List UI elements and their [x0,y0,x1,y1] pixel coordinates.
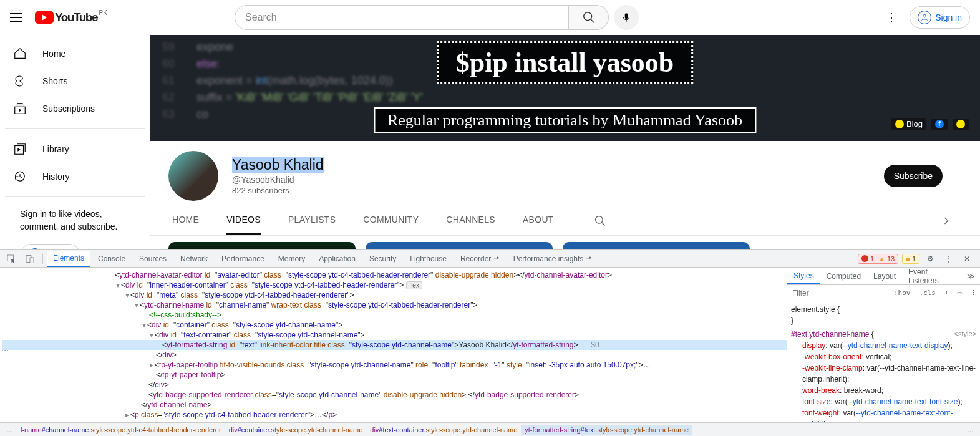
tab-home[interactable]: HOME [172,206,199,235]
svg-point-0 [583,12,591,21]
breadcrumb[interactable]: … l-name#channel-name.style-scope.ytd-c4… [0,422,980,436]
tab-more-icon[interactable] [935,210,958,232]
svg-line-1 [590,19,594,23]
styles-tab-computed[interactable]: Computed [820,269,867,284]
mic-icon [621,12,632,23]
library-icon [12,142,27,157]
svg-point-10 [595,216,603,223]
sidebar-signin-button[interactable]: Sign in [20,244,80,249]
banner-link-facebook[interactable]: f [931,119,948,130]
ellipsis-icon[interactable]: ⋯ [1,346,9,355]
devtools-tab-memory[interactable]: Memory [272,251,311,266]
devtools-tab-network[interactable]: Network [174,251,214,266]
devtools-tab-elements[interactable]: Elements [47,251,90,267]
sidebar-item-label: History [42,172,70,182]
tab-about[interactable]: ABOUT [523,206,554,235]
devtools-tab-application[interactable]: Application [313,251,362,266]
tab-channels[interactable]: CHANNELS [446,206,495,235]
styles-panel: Styles Computed Layout Event Listeners ≫… [787,268,980,422]
signin-label: Sign in [935,12,962,22]
tab-community[interactable]: COMMUNITY [363,206,419,235]
video-thumbnail[interactable] [563,242,750,249]
banner-link-blog[interactable]: Blog [891,118,926,130]
devtools-tab-console[interactable]: Console [92,251,132,266]
issues-badge[interactable]: ■1 [902,254,919,264]
styles-tab-layout[interactable]: Layout [867,269,902,284]
tab-playlists[interactable]: PLAYLISTS [288,206,336,235]
cls-toggle[interactable]: .cls [916,288,939,298]
video-thumbnail[interactable] [168,242,356,249]
sidebar-item-label: Shorts [42,76,67,86]
sidebar-item-subscriptions[interactable]: Subscriptions [5,95,145,122]
styles-filter-input[interactable] [790,288,888,299]
shorts-icon [12,74,27,89]
more-tabs-icon[interactable]: ≫ [962,269,980,283]
sidebar-item-home[interactable]: Home [5,40,145,67]
device-toggle-icon[interactable] [21,251,39,266]
channel-name: Yasoob Khalid [232,157,324,173]
banner-subtitle: Regular programming tutorials by Muhamma… [374,107,756,133]
tab-videos[interactable]: VIDEOS [226,206,261,235]
devtools-tab-lighthouse[interactable]: Lighthouse [404,251,453,266]
subscribe-button[interactable]: Subscribe [884,165,943,187]
banner-title: $pip install yasoob [437,41,694,84]
signin-button[interactable]: Sign in [910,6,970,29]
user-icon [918,11,931,24]
hov-toggle[interactable]: :hov [891,288,914,298]
svg-rect-14 [30,258,34,263]
channel-tabs: HOME VIDEOS PLAYLISTS COMMUNITY CHANNELS… [150,206,980,236]
devtools-tab-security[interactable]: Security [363,251,402,266]
country-code: PK [99,9,107,16]
hamburger-menu-icon[interactable] [10,10,25,25]
youtube-header: YouTube PK ⋮ Sign in [0,0,980,35]
channel-main: 59 expone 60 else: 61 exponent = int(mat… [150,35,980,249]
search-button[interactable] [569,5,609,30]
tab-search-icon[interactable] [594,215,606,227]
gear-icon[interactable]: ⚙ [923,252,938,266]
inspect-icon[interactable] [2,251,20,266]
devtools-tabbar: Elements Console Sources Network Perform… [0,250,980,268]
search-icon [582,11,596,24]
sidebar-item-label: Subscriptions [42,104,95,114]
error-badge[interactable]: 1▲13 [858,254,898,264]
banner-link-other[interactable] [953,119,969,130]
logo-text: YouTube [55,11,97,24]
subscriber-count: 822 subscribers [232,186,324,195]
more-icon[interactable]: ⋮ [967,288,980,298]
styles-rules[interactable]: element.style { } #text.ytd-channel-name… [787,301,980,422]
styles-tab-eventlisteners[interactable]: Event Listeners [902,264,962,288]
sidebar-item-label: Library [42,144,69,154]
subscriptions-icon [12,101,27,116]
devtools: Elements Console Sources Network Perform… [0,249,980,436]
devtools-tab-sources[interactable]: Sources [133,251,173,266]
video-thumbnail[interactable] [366,242,553,249]
channel-handle: @YasoobKhalid [232,175,324,185]
channel-banner: 59 expone 60 else: 61 exponent = int(mat… [150,35,980,141]
history-icon [12,169,27,184]
kebab-icon[interactable]: ⋮ [941,252,956,266]
devtools-tab-recorder[interactable]: Recorder ⬏ [454,251,506,266]
search-input[interactable] [235,5,569,30]
sidebar-item-library[interactable]: Library [5,135,145,163]
computed-toggle-icon[interactable]: ▭ [954,288,965,298]
devtools-tab-perfinsights[interactable]: Performance insights ⬏ [507,251,598,266]
sidebar-item-label: Home [42,49,65,59]
settings-kebab-icon[interactable]: ⋮ [881,6,902,29]
svg-point-4 [923,14,926,17]
play-icon [35,11,54,24]
close-icon[interactable]: ✕ [960,252,974,266]
sidebar-item-shorts[interactable]: Shorts [5,67,145,95]
sidebar: Home Shorts Subscriptions Library H [0,35,150,249]
add-rule-icon[interactable]: + [941,288,952,298]
sidebar-signin-note: Sign in to like videos, comment, and sub… [5,203,145,238]
youtube-logo[interactable]: YouTube PK [35,11,97,24]
svg-line-11 [601,222,604,225]
styles-tab-styles[interactable]: Styles [787,268,820,284]
devtools-tab-performance[interactable]: Performance [215,251,271,266]
mic-button[interactable] [614,5,639,30]
channel-avatar[interactable] [168,151,218,201]
svg-rect-2 [625,13,628,19]
sidebar-item-history[interactable]: History [5,163,145,190]
home-icon [12,46,27,61]
dom-tree[interactable]: ⋯ <ytd-channel-avatar-editor id="avatar-… [0,268,787,422]
